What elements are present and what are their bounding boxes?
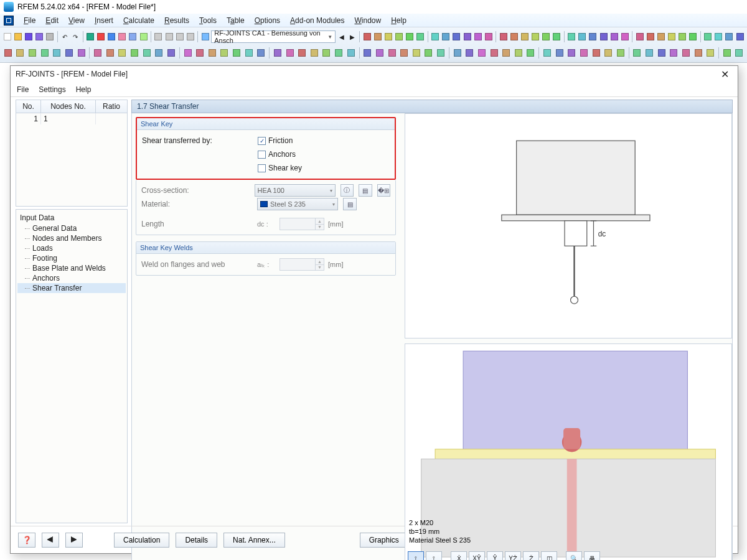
view-b-icon[interactable]: ⟟ [426, 551, 442, 560]
tool-row2-23-icon[interactable] [296, 47, 308, 59]
tool-misc-13-icon[interactable] [509, 30, 519, 43]
tool-misc-19-icon[interactable] [578, 30, 587, 43]
menu-options[interactable]: Options [255, 16, 280, 25]
menu-help[interactable]: Help [391, 16, 406, 25]
tool-row2-4-icon[interactable] [52, 47, 63, 59]
tool-misc-22-icon[interactable] [609, 30, 619, 43]
tool-misc-16-icon[interactable] [542, 30, 551, 43]
tree-item-loads[interactable]: Loads [17, 243, 126, 253]
tool-misc-26-icon[interactable] [656, 30, 665, 43]
tool-misc-21-icon[interactable] [599, 30, 608, 43]
tool-misc-15-icon[interactable] [531, 30, 540, 43]
view-z-icon[interactable]: Ẑ [523, 551, 539, 560]
tool-h-icon[interactable] [164, 30, 174, 43]
module-combo[interactable]: RF-JOINTS CA1 - Bemessung von Ansch ▼ [211, 30, 336, 43]
tool-row2-22-icon[interactable] [284, 47, 296, 59]
tool-row2-49-icon[interactable] [632, 47, 643, 59]
tool-f-icon[interactable] [139, 30, 148, 43]
library-icon[interactable]: ▤ [359, 184, 372, 197]
tool-redo-icon[interactable]: ↷ [70, 30, 80, 43]
tool-misc-17-icon[interactable] [552, 30, 561, 43]
tool-misc-6-icon[interactable] [431, 30, 440, 43]
menu-calculate[interactable]: Calculate [123, 16, 154, 25]
check-friction[interactable]: ✓ Friction [258, 136, 293, 145]
tool-misc-20-icon[interactable] [588, 30, 598, 43]
tool-misc-3-icon[interactable] [395, 30, 404, 43]
tool-e-icon[interactable] [128, 30, 138, 43]
tool-row2-16-icon[interactable] [207, 47, 218, 59]
tool-row2-50-icon[interactable] [644, 47, 655, 59]
view-zoom-icon[interactable]: 🔍 [566, 551, 582, 560]
tool-c-icon[interactable] [107, 30, 116, 43]
dialog-menu-file[interactable]: File [17, 85, 29, 94]
grid-body[interactable]: 1 1 [16, 113, 128, 207]
tool-row2-21-icon[interactable] [272, 47, 283, 59]
tool-row2-27-icon[interactable] [345, 47, 357, 59]
tool-row2-46-icon[interactable] [591, 47, 602, 59]
tool-row2-57-icon[interactable] [734, 47, 745, 59]
tool-row2-18-icon[interactable] [231, 47, 242, 59]
tool-row2-35-icon[interactable] [452, 47, 463, 59]
tool-misc-2-icon[interactable] [383, 30, 393, 43]
tool-misc-14-icon[interactable] [520, 30, 529, 43]
tool-row2-34-icon[interactable] [435, 47, 446, 59]
tool-row2-42-icon[interactable] [542, 47, 553, 59]
library-icon[interactable]: ▤ [343, 198, 357, 210]
tool-row2-45-icon[interactable] [578, 47, 590, 59]
tool-b-icon[interactable] [96, 30, 105, 43]
tool-row2-28-icon[interactable] [362, 47, 373, 59]
graphics-button[interactable]: Graphics [360, 533, 408, 548]
view-yz-icon[interactable]: YẐ [505, 551, 521, 560]
tool-misc-30-icon[interactable] [703, 30, 713, 43]
tool-d-icon[interactable] [118, 30, 127, 43]
grid-row[interactable]: 1 1 [16, 113, 127, 124]
tree-item-footing[interactable]: Footing [17, 253, 126, 263]
menu-results[interactable]: Results [164, 16, 189, 25]
view-y-icon[interactable]: Ŷ [487, 551, 503, 560]
tool-row2-15-icon[interactable] [194, 47, 205, 59]
tool-misc-12-icon[interactable] [499, 30, 508, 43]
tree-item-general-data[interactable]: General Data [17, 223, 126, 233]
tool-row2-32-icon[interactable] [411, 47, 422, 59]
tool-row2-19-icon[interactable] [243, 47, 255, 59]
render-preview[interactable]: 2 x M20 tb=19 mm Material Steel S 235 ⟟ … [405, 343, 732, 560]
view-a-icon[interactable]: ⟟ [408, 551, 424, 560]
tool-row2-56-icon[interactable] [721, 47, 733, 59]
tool-row2-52-icon[interactable] [668, 47, 679, 59]
tool-row2-3-icon[interactable] [39, 47, 50, 59]
tool-misc-24-icon[interactable] [635, 30, 644, 43]
tool-row2-36-icon[interactable] [464, 47, 475, 59]
tool-misc-11-icon[interactable] [484, 30, 493, 43]
tool-k-icon[interactable] [200, 30, 210, 43]
close-icon[interactable]: ✕ [717, 68, 733, 80]
tree-item-anchors[interactable]: Anchors [17, 273, 126, 283]
tool-a-icon[interactable] [85, 30, 95, 43]
tool-undo-icon[interactable]: ↶ [60, 30, 69, 43]
tool-row2-25-icon[interactable] [321, 47, 332, 59]
tree-root[interactable]: Input Data [17, 212, 126, 223]
tool-row2-43-icon[interactable] [554, 47, 565, 59]
tool-misc-9-icon[interactable] [463, 30, 472, 43]
tool-open-icon[interactable] [13, 30, 22, 43]
menu-view[interactable]: View [68, 16, 85, 25]
tool-j-icon[interactable] [186, 30, 195, 43]
tool-row2-29-icon[interactable] [374, 47, 385, 59]
view-xy-icon[interactable]: XŶ [469, 551, 485, 560]
tool-row2-14-icon[interactable] [182, 47, 194, 59]
menu-addon[interactable]: Add-on Modules [290, 16, 344, 25]
tool-misc-29-icon[interactable] [688, 30, 698, 43]
tool-row2-5-icon[interactable] [63, 47, 75, 59]
calculation-button[interactable]: Calculation [114, 533, 169, 548]
menu-insert[interactable]: Insert [95, 16, 113, 25]
info-icon[interactable]: ⓘ [341, 184, 354, 197]
input-tree[interactable]: Input Data General DataNodes and Members… [16, 209, 128, 523]
tool-i-icon[interactable] [175, 30, 184, 43]
menu-window[interactable]: Window [354, 16, 381, 25]
tool-row2-30-icon[interactable] [387, 47, 398, 59]
menu-table[interactable]: Table [227, 16, 245, 25]
tool-misc-23-icon[interactable] [620, 30, 629, 43]
tool-row2-9-icon[interactable] [117, 47, 128, 59]
tool-g-icon[interactable] [154, 30, 163, 43]
tool-misc-0-icon[interactable] [362, 30, 372, 43]
tool-row2-17-icon[interactable] [219, 47, 230, 59]
